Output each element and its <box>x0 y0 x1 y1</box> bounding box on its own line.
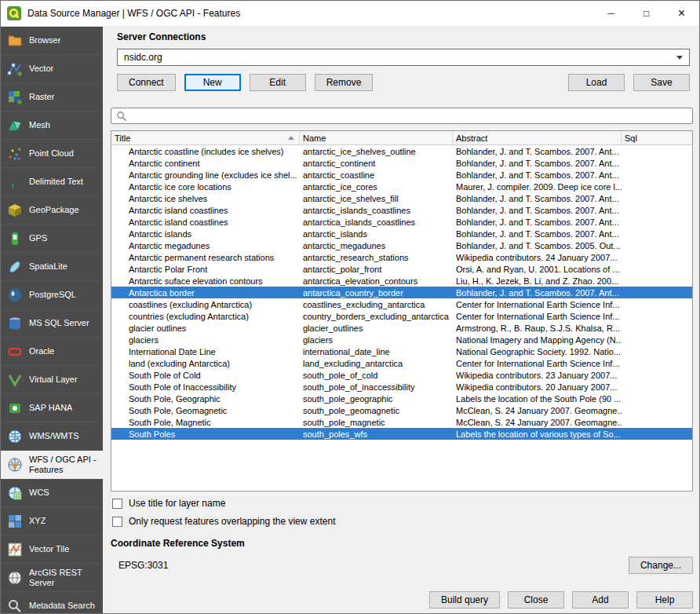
table-row[interactable]: coastlines (excluding Antarctica)coastli… <box>111 298 692 310</box>
table-row[interactable]: International Date Lineinternational_dat… <box>111 345 692 357</box>
sidebar-item-mesh[interactable]: Mesh <box>1 111 103 140</box>
maximize-icon: □ <box>643 8 649 19</box>
use-title-option[interactable]: Use title for layer name <box>112 498 693 509</box>
cell-abstract: Bohlander, J. and T. Scambos. 2007. Ant.… <box>453 229 622 239</box>
build-query-button[interactable]: Build query <box>429 591 500 609</box>
cell-title: South Pole of Cold <box>111 371 300 380</box>
column-header-name[interactable]: Name <box>300 131 453 144</box>
table-row[interactable]: South Pole, Geographicsouth_pole_geograp… <box>111 393 692 404</box>
cell-name: antarctic_continent <box>300 159 453 168</box>
table-row[interactable]: Antarctic ice core locationsantarctic_ic… <box>111 181 692 192</box>
sidebar-item-vector-tile[interactable]: Vector Tile <box>1 535 103 564</box>
cell-title: Antarctic megadunes <box>111 241 300 250</box>
overlap-extent-label: Only request features overlapping the vi… <box>129 516 335 527</box>
connection-select[interactable]: nsidc.org <box>117 49 690 66</box>
sidebar-item-spatialite[interactable]: SpatiaLite <box>1 253 103 281</box>
cell-title: Antarctic suface elevation contours <box>111 276 300 286</box>
minimize-button[interactable]: ─ <box>593 1 629 26</box>
close-window-button[interactable]: × <box>664 1 699 26</box>
dialog-body: BrowserVectorRasterMeshPoint Cloud,Delim… <box>1 27 699 613</box>
table-row[interactable]: Antarctic continentantarctic_continentBo… <box>111 157 692 169</box>
spatialite-icon <box>6 258 24 276</box>
server-connections-heading: Server Connections <box>117 31 690 42</box>
table-row[interactable]: South Pole of Coldsouth_pole_of_coldWiki… <box>111 369 692 381</box>
sidebar-item-geopackage[interactable]: GeoPackage <box>1 196 103 225</box>
cell-name: south_pole_magnetic <box>300 418 453 427</box>
sidebar-item-virtual-layer[interactable]: Virtual Layer <box>1 366 103 394</box>
sidebar-item-metadata-search[interactable]: Metadata Search <box>1 592 103 613</box>
table-row[interactable]: South Polessouth_poles_wfsLabels the loc… <box>111 428 692 440</box>
table-row[interactable]: countries (excluding Antarctica)country_… <box>111 310 692 322</box>
sidebar-item-wcs[interactable]: WCS <box>1 479 103 507</box>
maximize-button[interactable]: □ <box>629 1 664 26</box>
cell-abstract: McClean, S. 24 January 2007. Geomagne... <box>453 406 622 415</box>
remove-button[interactable]: Remove <box>315 74 374 91</box>
edit-button[interactable]: Edit <box>250 74 306 91</box>
sidebar-item-raster[interactable]: Raster <box>1 83 103 111</box>
sidebar-item-delimited-text[interactable]: ,Delimited Text <box>1 168 103 196</box>
gps-icon <box>6 230 24 247</box>
sidebar-item-ms-sql-server[interactable]: MS SQL Server <box>1 309 103 338</box>
sidebar-item-browser[interactable]: Browser <box>1 27 103 55</box>
table-row[interactable]: land (excluding Antarctica)land_excludin… <box>111 357 692 369</box>
crs-change-button[interactable]: Change... <box>629 557 693 574</box>
close-button[interactable]: Close <box>508 591 564 609</box>
column-header-abstract[interactable]: Abstract <box>453 131 622 144</box>
search-icon <box>116 111 127 122</box>
table-row[interactable]: South Pole of Inaccessibilitysouth_pole_… <box>111 381 692 393</box>
search-input[interactable] <box>131 108 687 123</box>
qgis-logo-icon <box>7 6 21 20</box>
table-row[interactable]: Antarctic island coastlinesantarctica_is… <box>111 216 692 228</box>
help-button[interactable]: Help <box>636 591 693 609</box>
sidebar-item-sap-hana[interactable]: SAP HANA <box>1 394 103 422</box>
add-button[interactable]: Add <box>572 591 629 609</box>
use-title-checkbox[interactable] <box>112 499 122 509</box>
new-button[interactable]: New <box>184 74 241 91</box>
table-row[interactable]: Antarctic Polar Frontantarctic_polar_fro… <box>111 263 692 275</box>
sidebar-item-point-cloud[interactable]: Point Cloud <box>1 140 103 168</box>
table-row[interactable]: Antarctic islandsantarctic_islandsBohlan… <box>111 228 692 239</box>
table-row[interactable]: Antarctic megadunesantarctic_megadunesBo… <box>111 239 692 251</box>
sidebar-item-wms-wmts[interactable]: WMS/WMTS <box>1 422 103 451</box>
cell-abstract: Maurer, J. compiler. 2009. Deep ice core… <box>453 182 622 192</box>
table-row[interactable]: Antarctica borderantarctica_country_bord… <box>111 287 692 298</box>
overlap-extent-option[interactable]: Only request features overlapping the vi… <box>112 516 693 527</box>
sap-hana-icon <box>6 400 24 417</box>
load-button[interactable]: Load <box>568 74 625 91</box>
cell-abstract: Center for International Earth Science I… <box>453 359 622 368</box>
table-row[interactable]: Antarctic suface elevation contoursantar… <box>111 275 692 287</box>
sidebar-item-oracle[interactable]: Oracle <box>1 338 103 366</box>
cell-name: south_pole_of_inaccessibility <box>300 382 453 392</box>
table-row[interactable]: Antarctic ice shelvesantarctic_ice_shelv… <box>111 192 692 204</box>
table-row[interactable]: South Pole, Geomagneticsouth_pole_geomag… <box>111 404 692 416</box>
cell-abstract: Bohlander, J. and T. Scambos. 2007. Ant.… <box>453 206 622 215</box>
browser-folder-icon <box>6 32 24 49</box>
table-row[interactable]: Antarctic grounding line (excludes ice s… <box>111 169 692 181</box>
sidebar-item-label: SpatiaLite <box>29 261 67 272</box>
table-row[interactable]: South Pole, Magneticsouth_pole_magneticM… <box>111 416 692 428</box>
sort-ascending-icon <box>288 136 294 140</box>
cell-title: South Pole, Geomagnetic <box>111 406 300 415</box>
table-row[interactable]: glaciersglaciersNational Imagery and Map… <box>111 334 692 345</box>
table-row[interactable]: Antarctic coastline (includes ice shelve… <box>111 145 692 157</box>
sidebar-item-label: PostgreSQL <box>29 290 76 300</box>
sidebar-item-arcgis-rest-server[interactable]: ArcGIS REST Server <box>1 564 103 592</box>
cell-name: antarctica_islands_coastlines <box>300 217 453 227</box>
save-button[interactable]: Save <box>633 74 690 91</box>
sidebar-item-gps[interactable]: GPS <box>1 225 103 253</box>
table-row[interactable]: Antarctic island coastlinesantarctic_isl… <box>111 204 692 216</box>
overlap-extent-checkbox[interactable] <box>112 517 122 527</box>
cell-abstract: National Geographic Society. 1992. Natio… <box>453 347 622 356</box>
spacer <box>381 74 560 91</box>
cell-abstract: Labels the location of the South Pole (9… <box>453 394 622 404</box>
connect-button[interactable]: Connect <box>117 74 176 91</box>
table-row[interactable]: Antarctic permanent research stationsant… <box>111 251 692 263</box>
sidebar-item-postgresql[interactable]: PostgreSQL <box>1 281 103 309</box>
sidebar-item-wfs-ogc-api-features[interactable]: WFS / OGC API - Features <box>1 451 103 479</box>
sidebar-item-vector[interactable]: Vector <box>1 55 103 83</box>
crs-row: EPSG:3031 Change... <box>111 557 693 574</box>
column-header-title[interactable]: Title <box>111 131 300 144</box>
column-header-sql[interactable]: Sql <box>622 131 692 144</box>
table-row[interactable]: glacier outlinesglacier_outlinesArmstron… <box>111 322 692 334</box>
sidebar-item-xyz[interactable]: XYZ <box>1 507 103 535</box>
